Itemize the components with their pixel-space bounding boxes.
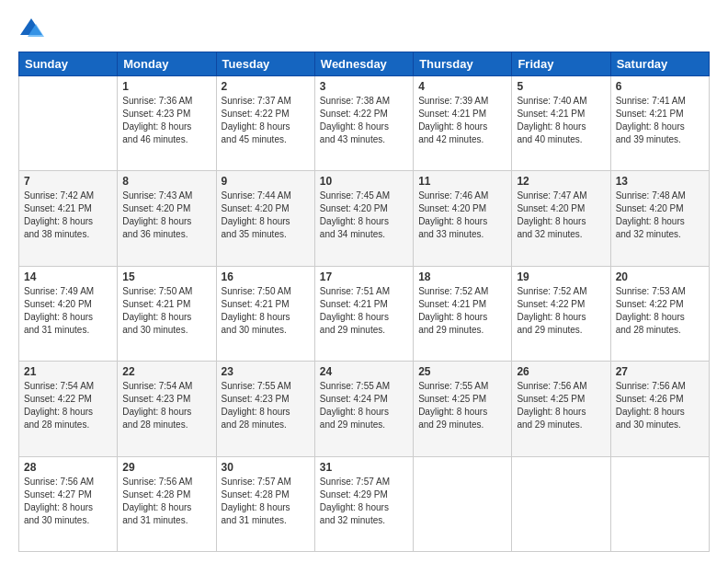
calendar-cell: 3Sunrise: 7:38 AMSunset: 4:22 PMDaylight… [314,76,413,171]
day-number: 31 [320,461,408,474]
calendar-cell: 15Sunrise: 7:50 AMSunset: 4:21 PMDayligh… [118,266,216,361]
day-info: Sunrise: 7:48 AMSunset: 4:20 PMDaylight:… [616,190,704,241]
day-number: 15 [122,270,210,283]
day-number: 24 [320,365,408,378]
day-info: Sunrise: 7:44 AMSunset: 4:20 PMDaylight:… [222,190,310,241]
logo-icon [18,17,44,42]
day-number: 7 [24,175,112,188]
day-number: 30 [222,461,310,474]
day-info: Sunrise: 7:55 AMSunset: 4:25 PMDaylight:… [418,380,506,431]
day-number: 28 [24,461,112,474]
day-info: Sunrise: 7:36 AMSunset: 4:23 PMDaylight:… [122,95,210,146]
day-number: 5 [517,80,605,93]
day-number: 6 [616,80,704,93]
day-info: Sunrise: 7:53 AMSunset: 4:22 PMDaylight:… [616,285,704,337]
calendar-cell: 25Sunrise: 7:55 AMSunset: 4:25 PMDayligh… [414,362,512,456]
calendar-cell: 31Sunrise: 7:57 AMSunset: 4:29 PMDayligh… [314,456,413,551]
day-info: Sunrise: 7:43 AMSunset: 4:20 PMDaylight:… [122,190,210,241]
day-info: Sunrise: 7:55 AMSunset: 4:24 PMDaylight:… [320,380,408,431]
calendar-cell: 8Sunrise: 7:43 AMSunset: 4:20 PMDaylight… [118,171,216,266]
calendar-header-saturday: Saturday [610,52,709,76]
day-info: Sunrise: 7:56 AMSunset: 4:26 PMDaylight:… [616,380,704,431]
day-info: Sunrise: 7:54 AMSunset: 4:23 PMDaylight:… [122,380,210,431]
day-info: Sunrise: 7:50 AMSunset: 4:21 PMDaylight:… [222,285,310,337]
logo [18,17,48,42]
calendar-cell: 23Sunrise: 7:55 AMSunset: 4:23 PMDayligh… [216,362,314,456]
calendar-cell: 14Sunrise: 7:49 AMSunset: 4:20 PMDayligh… [19,266,118,361]
day-number: 18 [418,270,506,283]
calendar-cell: 13Sunrise: 7:48 AMSunset: 4:20 PMDayligh… [610,171,709,266]
calendar-cell: 4Sunrise: 7:39 AMSunset: 4:21 PMDaylight… [414,76,512,171]
day-info: Sunrise: 7:56 AMSunset: 4:27 PMDaylight:… [24,476,112,527]
calendar-week-4: 21Sunrise: 7:54 AMSunset: 4:22 PMDayligh… [19,362,710,456]
page: SundayMondayTuesdayWednesdayThursdayFrid… [0,0,728,563]
day-number: 1 [122,80,210,93]
day-info: Sunrise: 7:56 AMSunset: 4:28 PMDaylight:… [122,476,210,527]
day-number: 3 [320,80,408,93]
calendar-cell: 12Sunrise: 7:47 AMSunset: 4:20 PMDayligh… [512,171,610,266]
day-number: 22 [122,365,210,378]
day-number: 8 [122,175,210,188]
calendar-table: SundayMondayTuesdayWednesdayThursdayFrid… [18,52,710,552]
day-number: 26 [517,365,605,378]
calendar-cell: 19Sunrise: 7:52 AMSunset: 4:22 PMDayligh… [512,266,610,361]
day-number: 2 [222,80,310,93]
calendar-header-wednesday: Wednesday [314,52,413,76]
calendar-header-sunday: Sunday [19,52,118,76]
calendar-cell: 20Sunrise: 7:53 AMSunset: 4:22 PMDayligh… [610,266,709,361]
day-number: 21 [24,365,112,378]
day-number: 14 [24,270,112,283]
day-number: 16 [222,270,310,283]
calendar-cell: 11Sunrise: 7:46 AMSunset: 4:20 PMDayligh… [414,171,512,266]
day-number: 11 [418,175,506,188]
calendar-cell: 5Sunrise: 7:40 AMSunset: 4:21 PMDaylight… [512,76,610,171]
calendar-cell: 27Sunrise: 7:56 AMSunset: 4:26 PMDayligh… [610,362,709,456]
day-number: 29 [122,461,210,474]
day-number: 25 [418,365,506,378]
calendar-week-2: 7Sunrise: 7:42 AMSunset: 4:21 PMDaylight… [19,171,710,266]
calendar-cell: 2Sunrise: 7:37 AMSunset: 4:22 PMDaylight… [216,76,314,171]
calendar-cell: 30Sunrise: 7:57 AMSunset: 4:28 PMDayligh… [216,456,314,551]
calendar-cell: 18Sunrise: 7:52 AMSunset: 4:21 PMDayligh… [414,266,512,361]
calendar-header-monday: Monday [118,52,216,76]
day-info: Sunrise: 7:39 AMSunset: 4:21 PMDaylight:… [418,95,506,146]
calendar-week-1: 1Sunrise: 7:36 AMSunset: 4:23 PMDaylight… [19,76,710,171]
calendar-cell: 29Sunrise: 7:56 AMSunset: 4:28 PMDayligh… [118,456,216,551]
calendar-cell: 9Sunrise: 7:44 AMSunset: 4:20 PMDaylight… [216,171,314,266]
calendar-week-3: 14Sunrise: 7:49 AMSunset: 4:20 PMDayligh… [19,266,710,361]
day-number: 13 [616,175,704,188]
day-info: Sunrise: 7:57 AMSunset: 4:29 PMDaylight:… [320,476,408,527]
calendar-cell: 24Sunrise: 7:55 AMSunset: 4:24 PMDayligh… [314,362,413,456]
day-info: Sunrise: 7:46 AMSunset: 4:20 PMDaylight:… [418,190,506,241]
calendar-header-tuesday: Tuesday [216,52,314,76]
calendar-cell: 16Sunrise: 7:50 AMSunset: 4:21 PMDayligh… [216,266,314,361]
day-info: Sunrise: 7:38 AMSunset: 4:22 PMDaylight:… [320,95,408,146]
calendar-cell: 17Sunrise: 7:51 AMSunset: 4:21 PMDayligh… [314,266,413,361]
calendar-cell: 21Sunrise: 7:54 AMSunset: 4:22 PMDayligh… [19,362,118,456]
day-info: Sunrise: 7:41 AMSunset: 4:21 PMDaylight:… [616,95,704,146]
calendar-cell: 26Sunrise: 7:56 AMSunset: 4:25 PMDayligh… [512,362,610,456]
day-info: Sunrise: 7:52 AMSunset: 4:22 PMDaylight:… [517,285,605,337]
calendar-header-friday: Friday [512,52,610,76]
calendar-week-5: 28Sunrise: 7:56 AMSunset: 4:27 PMDayligh… [19,456,710,551]
calendar-cell [512,456,610,551]
calendar-cell [19,76,118,171]
day-number: 9 [222,175,310,188]
day-info: Sunrise: 7:47 AMSunset: 4:20 PMDaylight:… [517,190,605,241]
day-info: Sunrise: 7:45 AMSunset: 4:20 PMDaylight:… [320,190,408,241]
calendar-cell: 28Sunrise: 7:56 AMSunset: 4:27 PMDayligh… [19,456,118,551]
day-info: Sunrise: 7:52 AMSunset: 4:21 PMDaylight:… [418,285,506,337]
calendar-cell: 6Sunrise: 7:41 AMSunset: 4:21 PMDaylight… [610,76,709,171]
day-number: 23 [222,365,310,378]
day-info: Sunrise: 7:51 AMSunset: 4:21 PMDaylight:… [320,285,408,337]
calendar-cell [414,456,512,551]
day-number: 19 [517,270,605,283]
calendar-cell: 7Sunrise: 7:42 AMSunset: 4:21 PMDaylight… [19,171,118,266]
day-info: Sunrise: 7:49 AMSunset: 4:20 PMDaylight:… [24,285,112,337]
day-number: 20 [616,270,704,283]
day-number: 12 [517,175,605,188]
calendar-cell: 10Sunrise: 7:45 AMSunset: 4:20 PMDayligh… [314,171,413,266]
day-info: Sunrise: 7:40 AMSunset: 4:21 PMDaylight:… [517,95,605,146]
day-number: 10 [320,175,408,188]
calendar-cell: 22Sunrise: 7:54 AMSunset: 4:23 PMDayligh… [118,362,216,456]
